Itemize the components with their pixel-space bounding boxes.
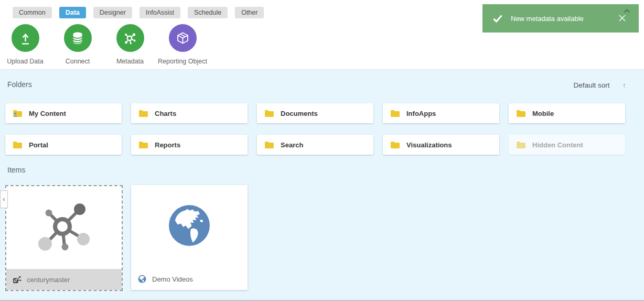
folder-icon [138,110,148,117]
item-label: centurymaster [27,276,70,284]
webfocus-home-page: Common Data Designer InfoAssist Schedule… [0,0,644,301]
folder-label: Hidden Content [532,141,583,149]
item-card-demo-videos[interactable]: Demo Videos [131,185,248,290]
folder-charts[interactable]: Charts [131,103,248,123]
upload-data-button[interactable]: Upload Data [0,24,51,65]
sort-control[interactable]: Default sort ↑ [573,81,626,90]
metadata-button[interactable]: Metadata [104,24,156,65]
folders-section-label: Folders [7,80,32,89]
metadata-label: Metadata [116,58,144,65]
tab-designer[interactable]: Designer [93,7,132,18]
folder-icon [264,141,274,149]
item-card-centurymaster[interactable]: centurymaster [5,185,123,291]
folder-label: Reports [155,141,180,149]
globe-small-icon [138,275,146,283]
close-icon[interactable] [618,14,626,22]
globe-icon [168,205,210,246]
folder-label: My Content [29,110,66,117]
folder-user-icon [13,110,23,117]
data-actions: Upload Data Connect [0,24,209,65]
folder-label: Visualizations [406,141,452,149]
folder-portal[interactable]: Portal [5,135,122,155]
collapse-panel-button[interactable]: ‹ [0,190,8,208]
folders-row-2: Portal Reports Search Visualizations Hid… [5,135,625,155]
connect-label: Connect [66,58,90,65]
folder-label: Search [281,141,303,149]
folder-my-content[interactable]: My Content [5,103,122,123]
chevron-up-icon[interactable] [624,9,630,13]
connect-button[interactable]: Connect [51,24,104,65]
tab-schedule[interactable]: Schedule [188,7,228,18]
folder-mobile[interactable]: Mobile [509,103,625,123]
folder-icon [516,110,526,117]
tab-data[interactable]: Data [59,7,86,18]
database-icon [64,24,92,52]
upload-data-label: Upload Data [7,58,44,65]
toast-message: New metadata available [511,15,584,23]
cube-icon [169,24,197,52]
items-section-label: Items [7,166,25,174]
folder-label: InfoApps [406,110,436,117]
master-file-preview [6,186,122,269]
folder-visualizations[interactable]: Visualizations [383,135,499,155]
folder-icon [390,110,400,117]
folder-infoapps[interactable]: InfoApps [383,103,499,123]
folder-search[interactable]: Search [257,135,373,155]
repository-panel: Folders Default sort ↑ My Content Charts [0,69,644,301]
folder-icon [390,141,400,149]
web-item-preview [131,185,248,266]
item-footer: centurymaster [6,269,122,290]
reporting-object-button[interactable]: Reporting Object [156,24,209,65]
folders-row-1: My Content Charts Documents InfoApps Mob… [5,103,625,123]
folder-icon [138,141,148,149]
master-file-icon [13,275,22,284]
sort-label[interactable]: Default sort [573,81,609,89]
upload-icon [12,24,39,52]
folder-label: Portal [29,141,48,149]
folder-icon [516,141,526,149]
folder-icon [264,110,274,117]
toast-notification: New metadata available [482,4,639,33]
item-label: Demo Videos [152,275,193,283]
ribbon-tabs: Common Data Designer InfoAssist Schedule… [13,7,264,18]
folder-icon [13,141,23,149]
sort-ascending-icon[interactable]: ↑ [622,81,627,90]
tab-common[interactable]: Common [13,7,52,18]
checkmark-icon [493,15,502,23]
folder-hidden-content[interactable]: Hidden Content [509,135,625,155]
folder-label: Charts [155,110,176,117]
tab-other[interactable]: Other [235,7,264,18]
folder-label: Documents [281,110,318,117]
folder-reports[interactable]: Reports [131,135,248,155]
folder-documents[interactable]: Documents [257,103,373,123]
tab-infoassist[interactable]: InfoAssist [139,7,180,18]
item-footer: Demo Videos [131,268,248,290]
molecule-icon [116,24,144,52]
reporting-object-label: Reporting Object [158,58,207,65]
master-file-molecule-icon [35,201,93,254]
folder-label: Mobile [532,110,554,117]
